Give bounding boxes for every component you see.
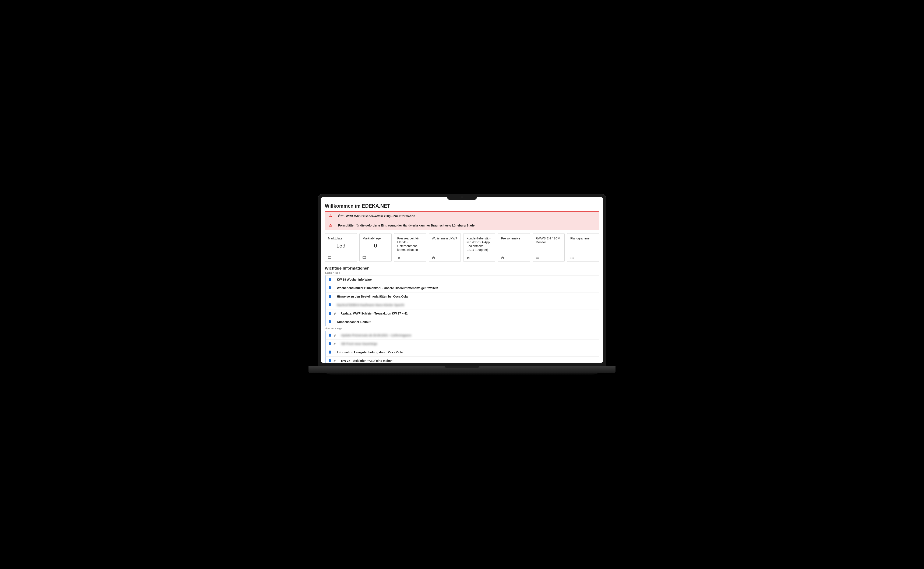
info-row[interactable]: KW 37 Tafelaktion "Kauf eins mehr!" [325,357,599,363]
tile-footer [467,256,492,259]
dashboard-tile[interactable]: Planogramme [567,233,599,262]
tile-top: Kundenliebe stär­ken (EDEKA App, Bedient… [467,236,492,253]
info-text: SB Frost neue Sauerteige [341,342,377,345]
tile-title: Kundenliebe stär­ken (EDEKA App, Bedient… [467,236,492,252]
dashboard-tile[interactable]: Preisoffensive [498,233,530,262]
dashboard-tile[interactable]: Pressearbeit für Märkte / Unternehmens­k… [394,233,426,262]
home-icon [432,256,435,259]
tile-title: Planogramme [570,236,596,240]
info-text: KW 38 Wocheninfo Ware [337,278,372,281]
info-list-older: Update Preisersatz ab 20.09.2021 – Liefe… [325,331,599,363]
laptop-frame: Willkommen im EDEKA.NET Öfftl. WRR G&G F… [318,194,606,366]
info-text: Information Leergutabholung durch Coca C… [337,351,403,354]
tile-footer [432,256,457,259]
group-label-last-7-days: Letzte 7 Tage [325,271,599,274]
info-row[interactable]: Update Preisersatz ab 20.09.2021 – Liefe… [325,331,599,340]
info-text: Wochenendknüller Blumenkohl - Unsere Dis… [337,286,438,290]
tile-title: Pressearbeit für Märkte / Unternehmens­k… [397,236,423,252]
dashboard-tile[interactable]: Wo ist mein LKW? [429,233,461,262]
document-icon [328,342,332,346]
info-text: Hinweise zu den Bestellmodalitäten bei C… [337,295,408,298]
info-row[interactable]: Wochenendknüller Blumenkohl - Unsere Dis… [325,284,599,292]
tile-footer [501,256,527,259]
dashboard-tile[interactable]: Marktabfrage0 [359,233,391,262]
document-icon [328,350,332,354]
group-label-older-7-days: Älter als 7 Tage [325,327,599,330]
info-row[interactable]: Update: WWF Schleich-Treueaktion KW 37 –… [325,309,599,318]
tile-footer [570,256,596,259]
tile-title: Marktabfrage [363,236,388,240]
laptop-screen: Willkommen im EDEKA.NET Öfftl. WRR G&G F… [321,197,603,363]
document-icon [328,303,332,307]
tile-footer [328,256,354,259]
document-icon [328,278,332,281]
tile-footer [363,256,388,259]
tile-title: Marktplatz [328,236,354,240]
laptop-foot [326,373,598,375]
tile-title: RWWS EH / SCM Monitor [536,236,561,244]
dashboard-tile[interactable]: Kundenliebe stär­ken (EDEKA App, Bedient… [463,233,495,262]
info-row[interactable]: Kundenscanner-Rollout [325,318,599,326]
document-icon [328,286,332,290]
info-text: Nachruf EDEKA Kaufmann Hans-Günter Spech… [337,303,404,307]
alert-row[interactable]: Formblätter für die geforderte Eintragun… [325,221,599,230]
tile-top: RWWS EH / SCM Monitor [536,236,561,253]
warning-icon [329,224,332,228]
info-text: Update: WWF Schleich-Treueaktion KW 37 –… [341,312,408,315]
info-list-recent: KW 38 Wocheninfo WareWochenendknüller Bl… [325,275,599,326]
info-text: Update Preisersatz ab 20.09.2021 – Liefe… [341,333,411,337]
attachment-icon [333,333,336,337]
tile-value: 0 [363,242,388,249]
tiles-row: Marktplatz159Marktabfrage0Pressearbeit f… [325,233,599,262]
tile-title: Wo ist mein LKW? [432,236,457,240]
attachment-icon [333,312,336,315]
laptop-mockup: Willkommen im EDEKA.NET Öfftl. WRR G&G F… [318,194,606,375]
info-text: KW 37 Tafelaktion "Kauf eins mehr!" [341,359,393,362]
warning-icon [329,214,332,218]
monitor-icon [328,256,331,259]
monitor-icon [363,256,366,259]
attachment-icon [333,359,336,363]
tile-footer [536,256,561,259]
document-icon [328,333,332,338]
section-title-important-info: Wichtige Informationen [325,266,599,271]
tile-footer [397,256,423,259]
attachment-icon [333,342,336,346]
document-icon [328,295,332,298]
page-title: Willkommen im EDEKA.NET [325,203,599,209]
info-row[interactable]: SB Frost neue Sauerteige [325,340,599,348]
camera-dot [461,196,463,198]
alert-text: Öfftl. WRR G&G Frischeiwaffeln 250g - Zu… [338,215,415,218]
alert-row[interactable]: Öfftl. WRR G&G Frischeiwaffeln 250g - Zu… [325,211,599,221]
document-icon [328,312,332,316]
dashboard-tile[interactable]: RWWS EH / SCM Monitor [533,233,565,262]
alert-text: Formblätter für die geforderte Eintragun… [338,224,474,227]
document-icon [328,359,332,363]
alerts-container: Öfftl. WRR G&G Frischeiwaffeln 250g - Zu… [325,211,599,230]
tile-top: Planogramme [570,236,596,253]
info-row[interactable]: Information Leergutabholung durch Coca C… [325,348,599,357]
tile-top: Pressearbeit für Märkte / Unternehmens­k… [397,236,423,253]
home-icon [397,256,401,259]
info-row[interactable]: Hinweise zu den Bestellmodalitäten bei C… [325,292,599,301]
app-root: Willkommen im EDEKA.NET Öfftl. WRR G&G F… [321,197,603,363]
home-icon [467,256,470,259]
tile-title: Preisoffensive [501,236,527,240]
tile-top: Preisoffensive [501,236,527,253]
laptop-base [309,366,615,373]
home-icon [501,256,505,259]
tile-top: Marktplatz159 [328,236,354,253]
info-row[interactable]: KW 38 Wocheninfo Ware [325,275,599,284]
info-row[interactable]: Nachruf EDEKA Kaufmann Hans-Günter Spech… [325,301,599,309]
tile-top: Marktabfrage0 [363,236,388,253]
grid-icon [570,256,574,259]
tile-value: 159 [328,242,354,249]
dashboard-tile[interactable]: Marktplatz159 [325,233,357,262]
laptop-notch [447,194,477,200]
document-icon [328,320,332,324]
grid-icon [536,256,539,259]
tile-top: Wo ist mein LKW? [432,236,457,253]
info-text: Kundenscanner-Rollout [337,320,371,324]
